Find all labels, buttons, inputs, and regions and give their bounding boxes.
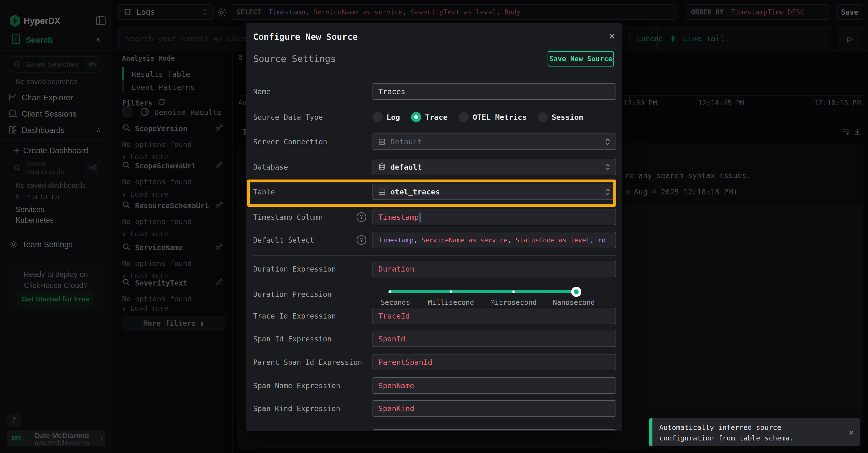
duration-precision-slider[interactable]: Seconds Millisecond Microsecond Nanoseco… <box>388 283 576 310</box>
chevron-updown-icon <box>604 138 611 146</box>
name-label: Name <box>253 88 373 96</box>
radio-circle-icon <box>538 112 548 122</box>
parent-span-id-input[interactable]: ParentSpanId <box>373 354 616 370</box>
radio-circle-icon <box>459 112 469 122</box>
parent-span-id-label: Parent Span Id Expression <box>253 358 373 366</box>
span-id-label: Span Id Expression <box>253 335 373 343</box>
duration-expression-input[interactable]: Duration <box>373 261 616 277</box>
slider-mark-label[interactable]: Microsecond <box>490 298 537 306</box>
chevron-updown-icon <box>604 163 611 171</box>
slider-mark <box>513 290 515 293</box>
trace-id-label: Trace Id Expression <box>253 312 373 320</box>
default-select-input[interactable]: Timestamp, ServiceName as service, Statu… <box>373 232 616 248</box>
clipped-input[interactable] <box>373 429 616 431</box>
close-icon[interactable]: × <box>609 29 615 42</box>
toast-accent-bar <box>649 418 652 446</box>
table-select[interactable]: otel_traces <box>373 184 616 200</box>
timestamp-column-input[interactable]: Timestamp <box>373 209 616 225</box>
text-cursor <box>420 213 421 222</box>
slider-mark-label[interactable]: Millisecond <box>428 298 474 306</box>
source-data-type-label: Source Data Type <box>253 113 373 122</box>
toast-notification: Automatically inferred source configurat… <box>649 418 860 446</box>
slider-mark-label[interactable]: Nanosecond <box>553 298 595 306</box>
toast-message: Automatically inferred source configurat… <box>652 418 836 446</box>
span-name-input[interactable]: SpanName <box>373 377 616 394</box>
span-id-input[interactable]: SpanId <box>373 331 616 347</box>
chevron-updown-icon <box>604 188 611 196</box>
slider-mark <box>389 290 392 293</box>
table-icon <box>378 188 386 196</box>
divider <box>253 424 616 424</box>
server-connection-label: Server Connection <box>253 138 373 146</box>
save-new-source-button[interactable]: Save New Source <box>548 51 614 66</box>
configure-source-modal: Configure New Source × Source Settings S… <box>246 23 622 431</box>
span-kind-input[interactable]: SpanKind <box>373 400 616 417</box>
radio-trace[interactable]: Trace <box>411 112 447 122</box>
divider <box>253 255 616 256</box>
database-value: default <box>390 163 422 171</box>
slider-track[interactable] <box>388 290 576 293</box>
radio-circle-icon <box>373 112 383 122</box>
span-kind-label: Span Kind Expression <box>253 404 373 413</box>
duration-precision-label: Duration Precision <box>253 283 373 298</box>
database-icon <box>378 163 386 171</box>
database-label: Database <box>253 163 373 171</box>
slider-mark <box>450 290 452 293</box>
table-value: otel_traces <box>390 188 440 196</box>
radio-session[interactable]: Session <box>538 112 583 122</box>
timestamp-column-label: Timestamp Column? <box>253 212 373 222</box>
server-icon <box>378 138 386 146</box>
radio-log[interactable]: Log <box>373 112 400 122</box>
help-icon[interactable]: ? <box>356 212 366 222</box>
modal-title: Configure New Source <box>253 32 358 42</box>
close-icon[interactable]: × <box>848 427 854 438</box>
trace-id-input[interactable]: TraceId <box>373 308 616 324</box>
duration-expression-label: Duration Expression <box>253 265 373 273</box>
span-name-label: Span Name Expression <box>253 382 373 390</box>
name-input[interactable]: Traces <box>373 84 616 100</box>
default-select-label: Default Select? <box>253 235 373 245</box>
section-title: Source Settings <box>253 54 336 64</box>
table-label: Table <box>253 188 373 196</box>
slider-thumb[interactable] <box>571 287 581 297</box>
radio-otel-metrics[interactable]: OTEL Metrics <box>459 112 527 122</box>
database-select[interactable]: default <box>373 159 616 175</box>
server-connection-value: Default <box>390 137 422 146</box>
server-connection-select[interactable]: Default <box>373 133 616 150</box>
help-icon[interactable]: ? <box>356 235 366 245</box>
radio-circle-selected-icon <box>411 112 421 122</box>
slider-mark-label[interactable]: Seconds <box>381 298 410 306</box>
